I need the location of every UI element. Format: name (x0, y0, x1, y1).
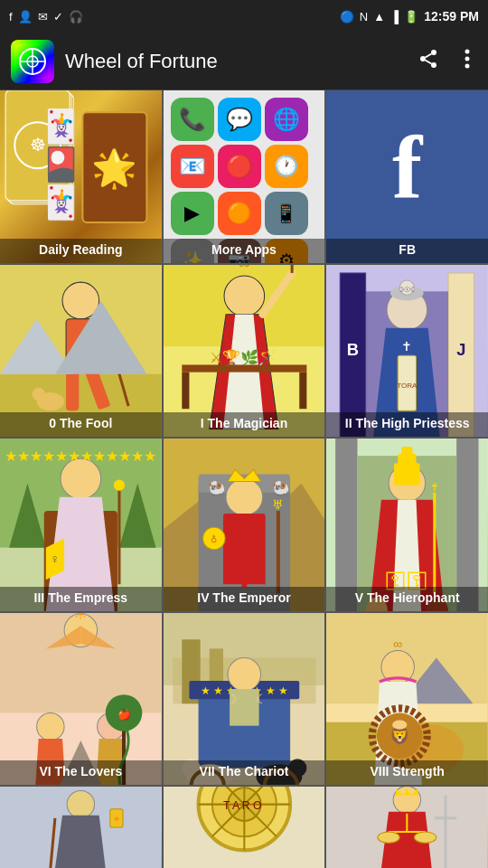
svg-point-106 (37, 712, 64, 740)
chariot-label: VII The Chariot (164, 760, 325, 785)
svg-text:∞: ∞ (238, 265, 249, 272)
svg-line-9 (426, 53, 432, 57)
svg-point-11 (465, 56, 470, 61)
status-time: 12:59 PM (424, 9, 479, 24)
app-logo (11, 40, 54, 83)
chariot-cell[interactable]: ★ ★ ★ ★ ★ ★ ★ ☽ ☾ VII The Chariot (164, 613, 325, 786)
svg-text:♁: ♁ (211, 534, 217, 544)
strength-bg: ∞ 🦁 (326, 613, 488, 786)
signal-icon: ▐ (390, 10, 399, 24)
svg-point-29 (33, 387, 45, 400)
svg-text:✝: ✝ (402, 339, 413, 354)
svg-rect-40 (182, 364, 306, 372)
svg-point-145 (67, 790, 94, 817)
svg-rect-42 (299, 372, 306, 409)
fb-icon: f (9, 10, 13, 24)
svg-text:♅: ♅ (272, 497, 284, 512)
daily-reading-cell[interactable]: ☸ 🌟 Daily Reading (0, 90, 162, 263)
svg-rect-78 (223, 514, 266, 587)
svg-text:♀: ♀ (51, 552, 61, 566)
status-right-icons: 🔵 N ▲ ▐ 🔋 12:59 PM (340, 9, 479, 24)
fb-cell[interactable]: f FB (326, 90, 488, 263)
svg-text:☸: ☸ (30, 135, 46, 155)
more-apps-bg: 📞 💬 🌐 📧 🔴 🕐 ▶ 🟠 📱 ✨ 📷 ⚙ (164, 90, 325, 263)
magician-cell[interactable]: ∞ ⚔🏆🌿🪄 I The Magician (164, 265, 325, 438)
nfc-icon: N (360, 10, 368, 24)
magician-bg: ∞ ⚔🏆🌿🪄 (164, 265, 325, 438)
svg-point-5 (431, 50, 436, 55)
svg-point-122 (228, 657, 261, 691)
more-apps-label: More Apps (164, 239, 325, 263)
emperor-cell[interactable]: 🐏 🐏 ♁ ♅ IV The Emperor (164, 439, 325, 611)
svg-point-166 (415, 832, 436, 843)
headphone-icon: 🎧 (69, 10, 83, 24)
daily-reading-bg: ☸ 🌟 (0, 90, 162, 263)
card10-cell[interactable]: T A R O (164, 787, 325, 868)
svg-text:TORA: TORA (397, 381, 418, 389)
check-icon: ✓ (53, 10, 63, 24)
hierophant-label: V The Hierophant (326, 587, 488, 611)
app-bar: Wheel of Fortune (0, 33, 488, 90)
card10-bg: T A R O (164, 787, 325, 868)
card9-bg: ✦ (0, 787, 162, 868)
chariot-bg: ★ ★ ★ ★ ★ ★ ★ ☽ ☾ (164, 613, 325, 786)
card11-cell[interactable] (326, 787, 488, 868)
msg-icon: ✉ (38, 10, 48, 24)
svg-point-76 (226, 478, 263, 515)
more-options-button[interactable] (457, 44, 477, 79)
highpriestess-cell[interactable]: B J ☽☉☾ ✝ TORA II The High Priestess (326, 265, 488, 438)
emperor-label: IV The Emperor (164, 587, 325, 611)
app-title: Wheel of Fortune (65, 50, 399, 73)
status-left-icons: f 👤 ✉ ✓ 🎧 (9, 10, 83, 24)
battery-icon: 🔋 (404, 10, 418, 24)
svg-text:✦: ✦ (112, 813, 121, 826)
person-icon: 👤 (18, 10, 33, 24)
status-bar: f 👤 ✉ ✓ 🎧 🔵 N ▲ ▐ 🔋 12:59 PM (0, 0, 488, 33)
strength-cell[interactable]: ∞ 🦁 VIII Strength (326, 613, 488, 786)
svg-point-10 (465, 49, 470, 53)
emperor-bg: 🐏 🐏 ♁ ♅ (164, 439, 325, 611)
svg-text:☽: ☽ (226, 692, 238, 706)
main-grid: ☸ 🌟 Daily Reading 📞 💬 🌐 📧 🔴 🕐 ▶ 🟠 📱 ✨ 📷 … (0, 90, 488, 868)
svg-text:🐏: 🐏 (271, 478, 290, 497)
hierophant-cell[interactable]: ⚿⚿ ✝ V The Hierophant (326, 439, 488, 611)
fool-cell[interactable]: 0 The Fool (0, 265, 162, 438)
more-apps-cell[interactable]: 📞 💬 🌐 📧 🔴 🕐 ▶ 🟠 📱 ✨ 📷 ⚙ More Apps (164, 90, 325, 263)
svg-point-12 (465, 63, 470, 68)
lovers-bg: ☀ 🍎 (0, 613, 162, 786)
svg-text:∞: ∞ (393, 637, 402, 651)
svg-point-6 (420, 56, 426, 61)
svg-point-63 (61, 458, 101, 499)
svg-marker-146 (55, 816, 106, 868)
svg-text:🍎: 🍎 (117, 706, 132, 721)
empress-bg: ★★★★★★★★★★★★ ♀ (0, 439, 162, 611)
daily-reading-label: Daily Reading (0, 239, 162, 263)
highpriestess-bg: B J ☽☉☾ ✝ TORA (326, 265, 488, 438)
empress-label: III The Empress (0, 587, 162, 611)
svg-text:🐏: 🐏 (207, 478, 226, 497)
lovers-cell[interactable]: ☀ 🍎 VI The Lovers (0, 613, 162, 786)
share-button[interactable] (410, 44, 446, 79)
svg-text:★★★★★★★★★★★★: ★★★★★★★★★★★★ (5, 448, 156, 464)
svg-point-7 (431, 62, 436, 68)
highpriestess-label: II The High Priestess (326, 412, 488, 437)
svg-point-165 (378, 832, 399, 843)
svg-point-34 (224, 276, 265, 316)
fool-label: 0 The Fool (0, 412, 162, 437)
magician-label: I The Magician (164, 412, 325, 437)
svg-text:⚔🏆🌿🪄: ⚔🏆🌿🪄 (209, 348, 277, 367)
bluetooth-icon: 🔵 (340, 10, 354, 24)
svg-rect-91 (399, 454, 417, 467)
svg-text:✝: ✝ (430, 481, 439, 494)
svg-rect-92 (402, 447, 413, 456)
svg-text:T A R O: T A R O (223, 799, 261, 812)
card9-cell[interactable]: ✦ (0, 787, 162, 868)
svg-line-8 (426, 60, 432, 63)
fb-label: FB (326, 239, 488, 263)
empress-cell[interactable]: ★★★★★★★★★★★★ ♀ III The Empress (0, 439, 162, 611)
svg-rect-86 (335, 439, 357, 611)
svg-text:☾: ☾ (255, 692, 267, 706)
fool-bg (0, 265, 162, 438)
strength-label: VIII Strength (326, 760, 488, 785)
svg-rect-87 (456, 439, 478, 611)
